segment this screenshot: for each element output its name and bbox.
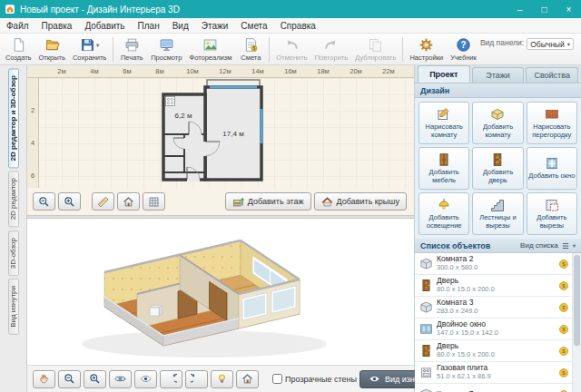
object-list: Комната 2300.0 x 580.0 Дверь80.0 x 15.0 … (415, 253, 581, 392)
menu-item-view[interactable]: Вид (166, 18, 195, 33)
price-coin-icon[interactable] (558, 346, 569, 357)
new-project-button[interactable]: Создать (2, 34, 35, 64)
stairs-cutouts-button[interactable]: Лестницы и вырезы (472, 192, 523, 235)
view-mode-tabs: 2D редактор и 3D-обзор 2D редактор 3D-об… (0, 65, 27, 392)
ruler-mark: 2м (53, 67, 71, 75)
add-floor-button[interactable]: Добавить этаж (225, 192, 311, 211)
menu-item-help[interactable]: Справка (274, 18, 322, 33)
undo-button[interactable]: Отменить (272, 34, 310, 64)
button-label: Отменить (276, 54, 307, 62)
ruler-mark: 18м (314, 67, 332, 75)
menu-item-add[interactable]: Добавить (78, 18, 131, 33)
zoom-out-button[interactable] (58, 370, 81, 388)
draw-room-button[interactable]: Нарисовать комнату (419, 102, 469, 144)
grid-toggle-button[interactable] (143, 192, 165, 211)
pan-hand-button[interactable] (33, 370, 55, 388)
dropdown-arrow-icon[interactable]: ▾ (96, 42, 99, 49)
tab-3d-view[interactable]: 3D-обзор (8, 230, 19, 276)
orbit-button[interactable] (109, 370, 132, 388)
zoom-in-button[interactable] (84, 370, 106, 388)
tutorial-button[interactable]: Учебник (447, 34, 480, 64)
home-view-button[interactable] (236, 370, 259, 388)
ruler-mark: 2 (27, 106, 38, 114)
ruler-mark: 20м (347, 67, 365, 75)
price-coin-icon[interactable] (558, 259, 569, 270)
hand-icon (38, 373, 50, 385)
add-furniture-button[interactable]: Добавить мебель (419, 147, 469, 190)
list-item[interactable]: Двойное окно147.0 x 15.0 x 142.0 (415, 318, 572, 340)
preview-button[interactable]: Просмотр (147, 34, 185, 64)
maximize-button[interactable]: □ (532, 0, 556, 18)
toolbar: Создать Открыть ▾Сохранить Печать Просмо… (0, 34, 581, 65)
rotate-right-button[interactable] (185, 370, 208, 388)
menu-item-estimate[interactable]: Смета (234, 18, 273, 33)
draw-partition-icon (545, 107, 559, 122)
tab-floors[interactable]: Этажи (472, 67, 525, 83)
estimate-icon (243, 37, 259, 53)
print-button[interactable]: Печать (116, 34, 147, 64)
horizontal-ruler: 2м 4м 6м 8м 10м 12м 14м 16м 18м 20м 22м (27, 65, 414, 78)
panel-view-select[interactable]: Обычный▾ (527, 38, 574, 50)
2d-plan-canvas[interactable]: 6,2 м 17,4 м (27, 78, 414, 188)
draw-partition-button[interactable]: Нарисовать перегородку (527, 102, 577, 144)
list-view-icon (561, 241, 570, 250)
price-coin-icon[interactable] (558, 368, 569, 378)
price-coin-icon[interactable] (558, 280, 569, 291)
add-room-button[interactable]: Добавить комнату (472, 102, 523, 144)
section-title: Дизайн (420, 86, 449, 95)
list-item[interactable]: Комната 7 (415, 384, 572, 392)
rotate-left-button[interactable] (160, 370, 182, 388)
button-label: Просмотр (151, 54, 182, 62)
3d-scene[interactable] (27, 219, 414, 365)
measure-button[interactable] (92, 192, 114, 211)
preview-monitor-icon (159, 37, 174, 53)
add-roof-button[interactable]: Добавить крышу (314, 192, 407, 211)
list-item[interactable]: Газовая плита51.0 x 62.1 x 86.9 (415, 362, 572, 384)
tab-properties[interactable]: Свойства (526, 67, 578, 83)
zoom-out-button[interactable] (33, 192, 55, 211)
button-label: Добавить окно (528, 172, 575, 181)
list-view-control[interactable]: Вид списка ▾ (520, 241, 576, 250)
add-window-button[interactable]: Добавить окно (527, 147, 577, 190)
door-icon (419, 344, 433, 358)
price-coin-icon[interactable] (558, 324, 569, 335)
eye-level-button[interactable] (134, 370, 157, 388)
settings-button[interactable]: Настройки (406, 34, 447, 64)
open-button[interactable]: Открыть (35, 34, 69, 64)
minimize-button[interactable]: – (507, 0, 532, 18)
tab-2d-editor[interactable]: 2D редактор (8, 171, 19, 227)
object-dimensions: 283.0 x 249.0 (437, 308, 478, 316)
add-lighting-button[interactable]: Добавить освещение (419, 192, 469, 235)
duplicate-button[interactable]: Дублировать (351, 34, 399, 64)
transparent-walls-checkbox[interactable] (272, 374, 282, 384)
price-coin-icon[interactable] (558, 302, 569, 313)
menu-item-plan[interactable]: План (132, 18, 166, 33)
new-document-icon (11, 37, 26, 53)
close-button[interactable]: × (556, 0, 581, 18)
menu-item-floors[interactable]: Этажи (195, 18, 235, 33)
object-list-scrollbar[interactable] (572, 253, 581, 392)
eye-icon (369, 373, 380, 385)
tab-project[interactable]: Проект (418, 65, 470, 83)
redo-button[interactable]: Повторить (311, 34, 352, 64)
open-folder-icon (44, 37, 60, 53)
list-item[interactable]: Комната 3283.0 x 249.0 (415, 297, 572, 318)
zoom-in-button[interactable] (58, 192, 81, 211)
tab-2d-and-3d[interactable]: 2D редактор и 3D-обзор (8, 68, 19, 168)
save-button[interactable]: ▾Сохранить (69, 34, 110, 64)
list-item[interactable]: Дверь80.0 x 15.0 x 200.0 (415, 340, 572, 362)
scrollbar-thumb[interactable] (574, 255, 580, 346)
lighting-button[interactable] (211, 370, 233, 388)
menu-item-edit[interactable]: Правка (35, 18, 79, 33)
door-icon (419, 279, 433, 292)
list-item[interactable]: Дверь80.0 x 15.0 x 200.0 (415, 275, 572, 297)
home-view-button[interactable] (117, 192, 140, 211)
tab-inside-view[interactable]: Вид изнутри (8, 279, 19, 335)
add-door-button[interactable]: Добавить дверь (472, 147, 523, 190)
add-cutout-button[interactable]: Добавить вырезы (527, 192, 577, 235)
list-item[interactable]: Комната 2300.0 x 580.0 (415, 253, 572, 275)
price-coin-icon[interactable] (558, 389, 569, 392)
estimate-button[interactable]: Смета (235, 34, 266, 64)
photorealism-button[interactable]: Фотореализм (185, 34, 235, 64)
menu-item-file[interactable]: Файл (0, 18, 35, 33)
